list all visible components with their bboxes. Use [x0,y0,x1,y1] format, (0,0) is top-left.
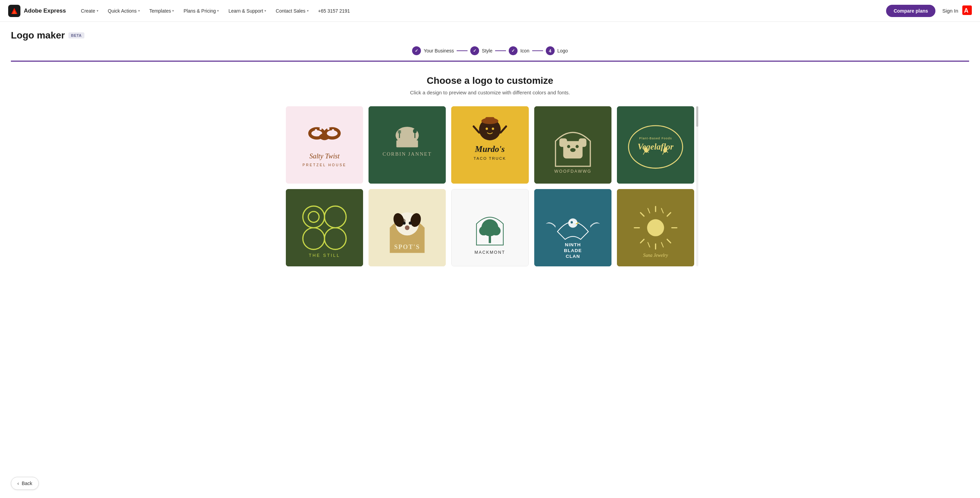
chevron-down-icon: ▾ [97,9,98,13]
step-circle-4: 4 [546,46,555,55]
chevron-down-icon: ▾ [217,9,219,13]
step-connector-3 [532,50,543,51]
svg-text:CORBIN JANNET: CORBIN JANNET [382,151,432,157]
logo-card-spots[interactable]: SPOT'S [369,189,446,267]
logo-card-corbin-jannet[interactable]: CORBIN JANNET [369,106,446,184]
step-label-4: Logo [557,48,568,53]
chevron-down-icon: ▾ [307,9,309,13]
svg-text:WOOFDAWWG: WOOFDAWWG [554,169,591,174]
svg-point-37 [576,145,579,148]
logo-card-ninth-blade-clan[interactable]: NINTH BLADE CLAN [534,189,611,267]
section-title: Choose a logo to customize [11,75,969,86]
svg-point-9 [332,129,334,131]
page-header: Logo maker BETA ✓ Your Business ✓ Style [0,22,980,62]
svg-point-65 [479,226,488,235]
svg-point-27 [492,128,495,130]
svg-point-60 [399,219,406,223]
svg-text:A: A [964,7,969,14]
svg-rect-25 [485,117,495,123]
nav-quick-actions[interactable]: Quick Actions ▾ [104,5,144,16]
nav-templates[interactable]: Templates ▾ [145,5,178,16]
nav-contact-sales[interactable]: Contact Sales ▾ [272,5,312,16]
svg-text:THE STILL: THE STILL [309,253,340,258]
step-connector-2 [495,50,506,51]
logo-card-mackmont[interactable]: MACKMONT [451,189,528,267]
step-your-business: ✓ Your Business [412,46,454,55]
step-style: ✓ Style [470,46,492,55]
adobe-icon: A [962,5,972,16]
svg-point-66 [492,226,501,235]
svg-point-58 [409,222,412,225]
svg-rect-15 [396,140,418,147]
svg-text:Plant-Based Foods: Plant-Based Foods [639,137,672,140]
svg-point-38 [570,148,576,152]
svg-point-36 [567,145,570,148]
nav-links: Create ▾ Quick Actions ▾ Templates ▾ Pla… [77,5,886,16]
step-circle-3: ✓ [509,46,517,55]
chevron-down-icon: ▾ [264,9,266,13]
svg-text:Murdo's: Murdo's [475,144,504,153]
svg-point-71 [570,221,573,223]
scrollbar[interactable] [696,106,698,267]
step-circle-2: ✓ [470,46,479,55]
step-label-2: Style [482,48,492,53]
sign-in-button[interactable]: Sign In [942,8,958,14]
progress-steps: ✓ Your Business ✓ Style ✓ Icon [11,41,969,55]
svg-point-8 [320,128,322,130]
svg-rect-34 [559,138,567,147]
nav-phone: +65 3157 2191 [318,8,350,14]
step-circle-1: ✓ [412,46,421,55]
svg-text:CLAN: CLAN [566,254,580,259]
beta-badge: BETA [68,32,84,38]
step-icon: ✓ Icon [509,46,529,55]
main-content: Choose a logo to customize Click a desig… [0,62,980,277]
section-subtitle: Click a design to preview and customize … [11,89,969,96]
scrollbar-thumb[interactable] [696,106,698,127]
svg-text:BLADE: BLADE [564,248,582,253]
navbar: Adobe Express Create ▾ Quick Actions ▾ T… [0,0,980,22]
svg-text:Salty Twist: Salty Twist [309,152,340,160]
page-title-wrap: Logo maker BETA [11,30,969,41]
step-label-3: Icon [520,48,529,53]
step-connector-1 [457,50,468,51]
svg-text:Vegelaflor: Vegelaflor [638,142,674,151]
page-title: Logo maker [11,30,65,41]
svg-rect-35 [579,138,586,147]
nav-plans-pricing[interactable]: Plans & Pricing ▾ [179,5,223,16]
chevron-down-icon: ▾ [172,9,174,13]
brand-logo[interactable]: Adobe Express [8,5,66,17]
svg-text:SPOT'S: SPOT'S [395,244,420,251]
svg-text:NINTH: NINTH [565,242,581,247]
logo-card-suna-jewelry[interactable]: Suna Jewelry [617,189,694,267]
brand-icon [8,5,21,17]
svg-text:TACO TRUCK: TACO TRUCK [474,156,506,160]
svg-point-59 [405,225,410,230]
svg-point-19 [413,129,417,134]
nav-learn-support[interactable]: Learn & Support ▾ [224,5,270,16]
svg-point-10 [327,128,330,130]
nav-create[interactable]: Create ▾ [77,5,102,16]
logo-card-woofdawwg[interactable]: WOOFDAWWG [534,106,611,184]
logo-card-murdos[interactable]: Murdo's TACO TRUCK [451,106,528,184]
chevron-down-icon: ▾ [138,9,140,13]
svg-text:Suna Jewelry: Suna Jewelry [643,253,668,258]
svg-rect-4 [286,106,363,184]
step-logo: 4 Logo [546,46,568,55]
logo-grid: Salty Twist PRETZEL HOUSE [286,106,694,267]
svg-text:MACKMONT: MACKMONT [475,250,505,255]
logo-card-salty-twist[interactable]: Salty Twist PRETZEL HOUSE [286,106,363,184]
logo-card-vegelaflor[interactable]: Plant-Based Foods Vegelaflor [617,106,694,184]
svg-point-88 [647,219,664,236]
brand-name: Adobe Express [24,8,66,14]
step-label-1: Your Business [424,48,454,53]
svg-point-26 [485,128,488,130]
svg-point-7 [315,129,317,131]
compare-plans-button[interactable]: Compare plans [886,5,935,17]
svg-text:PRETZEL HOUSE: PRETZEL HOUSE [302,163,347,167]
logo-card-the-still[interactable]: THE STILL [286,189,363,267]
